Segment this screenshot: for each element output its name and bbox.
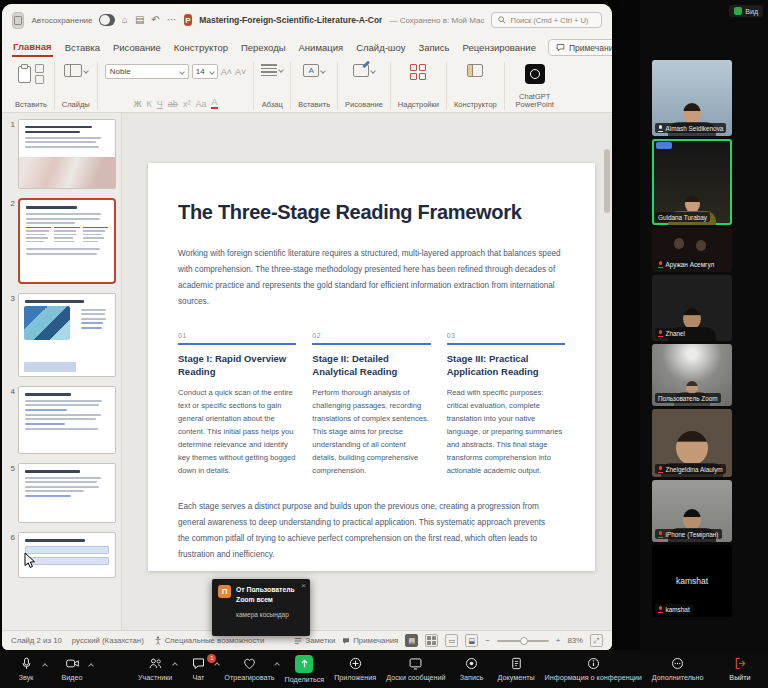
documents-button[interactable]: Документы <box>494 655 539 684</box>
superscript-button[interactable]: x² <box>183 99 191 109</box>
participant-video[interactable]: Zhelgeldina Aiaulym <box>652 409 732 477</box>
slide-thumbnail-4[interactable] <box>18 386 116 454</box>
change-case-button[interactable]: Аа <box>195 99 206 109</box>
chevron-up-icon[interactable] <box>215 662 221 668</box>
more-button[interactable]: Дополнительно <box>648 655 708 684</box>
search-input[interactable]: Поиск (Cmd + Ctrl + U) <box>491 12 602 28</box>
participant-video-no-camera[interactable]: kamshat kamshat <box>652 545 732 617</box>
italic-button[interactable]: К <box>147 99 152 109</box>
meeting-info-button[interactable]: Информация о конференции <box>541 655 646 684</box>
notes-button[interactable]: Заметки <box>294 636 335 645</box>
video-button[interactable]: Видео <box>52 656 92 682</box>
scrollbar[interactable] <box>604 149 610 213</box>
participants-button[interactable]: Участники <box>134 655 176 684</box>
stage-1-column[interactable]: 01 Stage I: Rapid Overview Reading Condu… <box>178 332 296 477</box>
current-slide[interactable]: The Three-Stage Reading Framework Workin… <box>148 163 595 571</box>
chatgpt-group[interactable]: ChatGPT PowerPoint <box>505 62 565 110</box>
audio-button[interactable]: Звук <box>6 656 46 682</box>
tab-insert[interactable]: Вставка <box>64 39 101 56</box>
react-button[interactable]: Отреагировать <box>220 655 278 684</box>
accessibility-checker[interactable]: Специальные возможности <box>154 636 265 645</box>
participant-video-active-speaker[interactable]: Guldana Turabay <box>652 139 732 225</box>
zoom-slider[interactable] <box>497 640 549 642</box>
paragraph-group[interactable]: Абзац <box>254 62 291 110</box>
participant-figure <box>674 238 684 249</box>
tab-review[interactable]: Рецензирование <box>462 39 537 56</box>
record-button[interactable]: Запись <box>452 655 492 684</box>
font-size-select[interactable]: 14 <box>192 64 218 79</box>
reading-view-button[interactable]: ▭ <box>445 634 458 647</box>
leave-meeting-button[interactable]: Выйти <box>720 656 760 682</box>
insert-group[interactable]: А Вставить <box>291 62 338 110</box>
bold-button[interactable]: Ж <box>133 99 141 109</box>
tab-draw[interactable]: Рисование <box>112 39 162 56</box>
slide-footer-text[interactable]: Each stage serves a distinct purpose and… <box>178 499 550 563</box>
autosave-toggle[interactable] <box>99 14 114 26</box>
shrink-font-icon[interactable]: А˅ <box>235 67 246 77</box>
slides-group[interactable]: Слайды <box>55 62 98 110</box>
slide-intro-text[interactable]: Working with foreign scientific literatu… <box>178 246 565 310</box>
divider <box>178 343 296 345</box>
tab-transitions[interactable]: Переходы <box>240 39 287 56</box>
slide-title[interactable]: The Three-Stage Reading Framework <box>178 201 565 224</box>
designer-group[interactable]: Конструктор <box>447 62 505 110</box>
participant-video[interactable]: iPhone (Темірлан) <box>652 480 732 542</box>
zoom-in-button[interactable]: + <box>556 636 561 645</box>
comments-statusbar-button[interactable]: Примечания <box>342 636 398 645</box>
participant-video[interactable]: Almash Seidikenova <box>652 60 732 136</box>
close-icon[interactable]: × <box>301 581 306 590</box>
more-icon[interactable]: ⋯ <box>167 15 177 25</box>
copy-icon[interactable] <box>35 75 44 84</box>
slide-thumbnail-1[interactable] <box>18 119 116 189</box>
saved-status[interactable]: — Сохранено в: Мой Мас <box>389 16 484 25</box>
normal-view-button[interactable]: ▤ <box>405 634 418 647</box>
underline-button[interactable]: Ч <box>157 99 163 109</box>
chevron-up-icon[interactable] <box>88 663 94 669</box>
home-icon[interactable]: ⌂ <box>122 15 128 25</box>
chat-notification[interactable]: × П От Пользователь Zoom всем камера кос… <box>212 579 310 636</box>
font-name-select[interactable]: Noble <box>105 64 189 79</box>
chevron-up-icon[interactable] <box>275 662 281 668</box>
comments-button[interactable]: Примечания <box>548 39 612 56</box>
participant-video[interactable]: Аружан Асемгул <box>652 228 732 272</box>
font-color-button[interactable]: А <box>211 98 217 109</box>
tab-record[interactable]: Запись <box>417 39 450 56</box>
divider <box>312 343 430 345</box>
tab-animations[interactable]: Анимация <box>298 39 345 56</box>
slide-thumbnail-2-selected[interactable] <box>18 198 116 284</box>
divider <box>447 343 565 345</box>
titlebar: Автосохранение ⌂ ▤ ↶ ⋯ P Mastering-Forei… <box>2 4 612 36</box>
chat-button[interactable]: 1 Чат <box>178 655 218 684</box>
slideshow-view-button[interactable]: ⬓ <box>465 634 478 647</box>
apps-button[interactable]: Приложения <box>330 655 380 684</box>
tab-slideshow[interactable]: Слайд-шоу <box>355 39 406 56</box>
drawing-group[interactable]: Рисование <box>338 62 391 110</box>
tab-design[interactable]: Конструктор <box>173 39 229 56</box>
stage-2-column[interactable]: 02 Stage II: Detailed Analytical Reading… <box>312 332 430 477</box>
cut-icon[interactable] <box>35 64 44 73</box>
grow-font-icon[interactable]: А˄ <box>221 67 232 77</box>
slide-sorter-view-button[interactable] <box>425 634 438 647</box>
participant-video[interactable]: Zhanel <box>652 275 732 341</box>
share-screen-button[interactable]: Поделиться <box>280 655 328 684</box>
chevron-up-icon[interactable] <box>173 662 179 668</box>
participant-video[interactable]: Пользователь Zoom <box>652 344 732 406</box>
slide-thumbnail-5[interactable] <box>18 463 116 523</box>
fit-slide-button[interactable]: ⤢ <box>590 634 603 647</box>
view-button[interactable]: Вид <box>729 5 763 17</box>
slide-thumbnail-3[interactable] <box>18 293 116 377</box>
stage-3-column[interactable]: 03 Stage III: Practical Application Read… <box>447 332 565 477</box>
participants-sidebar: Вид Almash Seidikenova Guldana Turabay А… <box>640 0 768 650</box>
paste-group[interactable]: Вставить <box>8 62 55 110</box>
zoom-percent[interactable]: 83% <box>567 636 583 645</box>
addins-group[interactable]: Надстройки <box>391 62 447 110</box>
language-indicator[interactable]: русский (Казахстан) <box>72 636 144 645</box>
zoom-out-button[interactable]: − <box>485 636 490 645</box>
strikethrough-button[interactable]: ab <box>168 99 178 109</box>
slide-counter[interactable]: Слайд 2 из 10 <box>11 636 62 645</box>
whiteboards-button[interactable]: Доски сообщений <box>382 655 449 684</box>
save-icon[interactable]: ▤ <box>135 15 144 25</box>
chevron-up-icon[interactable] <box>42 663 48 669</box>
tab-home[interactable]: Главная <box>12 38 53 57</box>
undo-icon[interactable]: ↶ <box>151 15 159 25</box>
